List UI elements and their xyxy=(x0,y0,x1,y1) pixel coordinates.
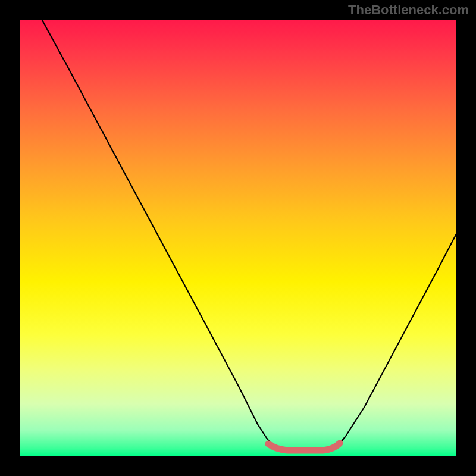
bottleneck-chart xyxy=(20,20,456,456)
optimal-range-marker xyxy=(268,443,340,450)
watermark-text: TheBottleneck.com xyxy=(348,2,469,18)
curve-right-branch xyxy=(329,234,456,449)
curve-left-branch xyxy=(39,14,281,449)
